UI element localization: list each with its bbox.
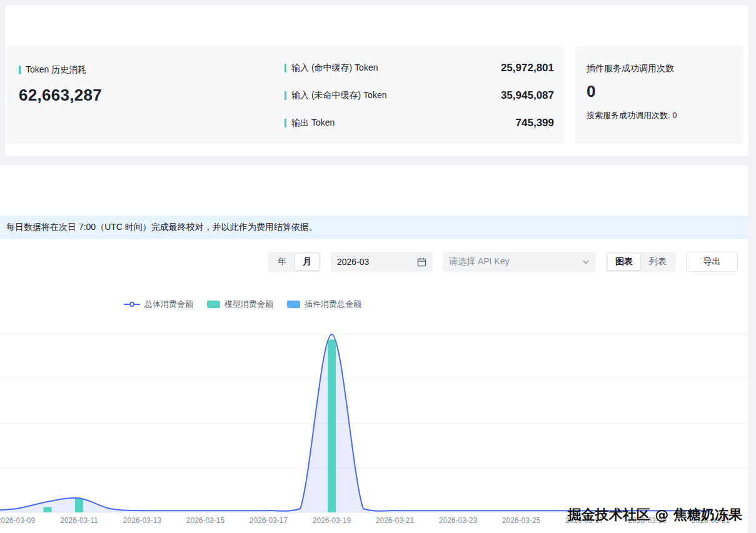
teal-marker-icon bbox=[285, 119, 286, 127]
x-axis-label: 2026-03-17 bbox=[249, 516, 288, 525]
view-option-list[interactable]: 列表 bbox=[641, 253, 675, 271]
api-key-select[interactable]: 请选择 API Key bbox=[443, 252, 596, 272]
x-axis-label: 2026-03-15 bbox=[186, 516, 225, 525]
stat-label-cache-hit: 输入 (命中缓存) Token bbox=[291, 62, 378, 74]
teal-marker-icon bbox=[19, 66, 21, 74]
stat-row-cache-hit: 输入 (命中缓存) Token 25,972,801 bbox=[285, 58, 554, 77]
token-history-title: Token 历史消耗 bbox=[26, 64, 86, 76]
legend-item-model[interactable]: 模型消费金额 bbox=[207, 299, 273, 310]
legend-label-model: 模型消费金额 bbox=[224, 299, 273, 310]
token-history-block: Token 历史消耗 62,663,287 bbox=[6, 46, 285, 144]
bar-2026-03-10[interactable] bbox=[44, 507, 52, 512]
period-segmented-control: 年 月 bbox=[268, 252, 321, 272]
export-button-label: 导出 bbox=[703, 256, 721, 267]
blue-square-marker-icon bbox=[287, 301, 300, 308]
month-picker-value: 2026-03 bbox=[337, 257, 417, 267]
stat-label-output: 输出 Token bbox=[291, 117, 335, 129]
x-axis-label: 2026-03-19 bbox=[313, 516, 351, 525]
plugin-calls-value: 0 bbox=[587, 82, 743, 101]
bar-2026-03-11[interactable] bbox=[75, 498, 83, 512]
teal-square-marker-icon bbox=[207, 301, 220, 308]
x-axis-label: 2026-03-23 bbox=[439, 516, 478, 525]
consumption-chart[interactable]: 2026-03-092026-03-112026-03-132026-03-15… bbox=[0, 315, 748, 533]
chart-area: 2026-03-092026-03-112026-03-132026-03-15… bbox=[0, 315, 748, 533]
stat-value-cache-hit: 25,972,801 bbox=[501, 62, 554, 74]
stat-value-cache-miss: 35,945,087 bbox=[501, 89, 554, 102]
x-axis-label: 2026-03-29 bbox=[628, 516, 667, 525]
view-segmented-control: 图表 列表 bbox=[606, 252, 676, 272]
chart-legend: 总体消费金额 模型消费金额 插件消费总金额 bbox=[124, 299, 361, 310]
stat-label-cache-miss: 输入 (未命中缓存) Token bbox=[291, 90, 386, 101]
teal-marker-icon bbox=[285, 91, 286, 100]
legend-item-total[interactable]: 总体消费金额 bbox=[124, 299, 193, 310]
calendar-icon bbox=[417, 257, 426, 267]
token-breakdown: 输入 (命中缓存) Token 25,972,801 输入 (未命中缓存) To… bbox=[285, 46, 564, 144]
token-usage-card: Token 历史消耗 62,663,287 输入 (命中缓存) Token 25… bbox=[6, 46, 564, 144]
settlement-notice-text: 每日数据将在次日 7:00（UTC 时间）完成最终校对，并以此作为费用结算依据。 bbox=[6, 222, 318, 233]
search-calls-subtitle: 搜索服务成功调用次数: 0 bbox=[587, 110, 743, 121]
api-key-placeholder: 请选择 API Key bbox=[449, 256, 582, 267]
month-picker[interactable]: 2026-03 bbox=[331, 252, 433, 272]
legend-item-plugin[interactable]: 插件消费总金额 bbox=[287, 299, 361, 310]
x-axis-label: 2026-03-25 bbox=[502, 516, 541, 525]
chart-toolbar: 年 月 2026-03 请选择 API Key 图表 列表 导出 bbox=[268, 252, 738, 272]
line-series-marker-icon bbox=[124, 301, 140, 307]
token-history-value: 62,663,287 bbox=[19, 86, 285, 105]
x-axis-label: 2026-03-09 bbox=[0, 516, 36, 525]
stat-row-cache-miss: 输入 (未命中缓存) Token 35,945,087 bbox=[285, 86, 554, 105]
view-option-chart[interactable]: 图表 bbox=[607, 253, 641, 271]
x-axis-label: 2026-03-11 bbox=[60, 516, 98, 525]
legend-label-total: 总体消费金额 bbox=[144, 299, 193, 310]
consumption-panel: 每日数据将在次日 7:00（UTC 时间）完成最终校对，并以此作为费用结算依据。… bbox=[0, 165, 748, 533]
summary-cards: Token 历史消耗 62,663,287 输入 (命中缓存) Token 25… bbox=[6, 46, 743, 144]
x-axis-label: 2026-03-31 bbox=[692, 516, 730, 525]
teal-marker-icon bbox=[285, 64, 286, 72]
stat-row-output: 输出 Token 745,399 bbox=[285, 113, 554, 132]
plugin-calls-card: 插件服务成功调用次数 0 搜索服务成功调用次数: 0 bbox=[575, 46, 743, 144]
chevron-down-icon bbox=[582, 258, 590, 266]
token-summary-panel: Token 历史消耗 62,663,287 输入 (命中缓存) Token 25… bbox=[5, 5, 748, 156]
x-axis-label: 2026-03-27 bbox=[565, 516, 604, 525]
x-axis-label: 2026-03-21 bbox=[376, 516, 415, 525]
settlement-notice-banner: 每日数据将在次日 7:00（UTC 时间）完成最终校对，并以此作为费用结算依据。 bbox=[0, 216, 748, 239]
stat-value-output: 745,399 bbox=[516, 117, 554, 129]
bar-2026-03-19[interactable] bbox=[328, 340, 336, 512]
plugin-calls-title: 插件服务成功调用次数 bbox=[587, 63, 743, 74]
legend-label-plugin: 插件消费总金额 bbox=[305, 299, 361, 310]
period-option-year[interactable]: 年 bbox=[270, 253, 295, 271]
export-button[interactable]: 导出 bbox=[686, 252, 738, 272]
x-axis-label: 2026-03-13 bbox=[123, 516, 162, 525]
period-option-month[interactable]: 月 bbox=[295, 253, 320, 271]
